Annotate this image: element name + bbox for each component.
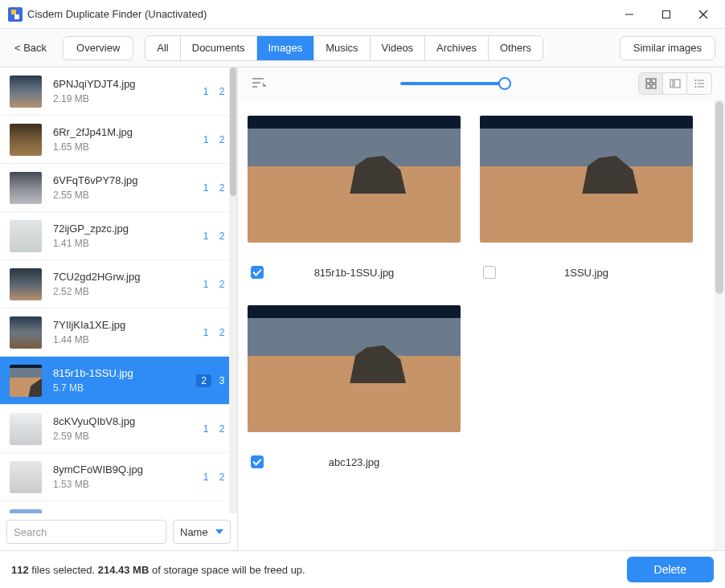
tab-documents[interactable]: Documents [181,36,257,60]
tab-images[interactable]: Images [257,36,315,60]
file-name: 7YIljKIa1XE.jpg [53,319,200,331]
sort-label: Name [180,526,208,538]
similar-images-button[interactable]: Similar images [620,36,715,60]
list-item[interactable]: 72ijGP_zpzc.jpg1.41 MB12 [0,212,237,260]
svg-rect-13 [652,84,656,88]
list-item[interactable]: 8cKVyuQIbV8.jpg2.59 MB12 [0,405,237,453]
back-button[interactable]: < Back [10,39,51,57]
preview-name: 815r1b-1SSU.jpg [314,267,395,279]
sidebar: 6PNJqiYDJT4.jpg2.19 MB126Rr_2fJp41M.jpg1… [0,67,238,550]
tab-all[interactable]: All [145,36,180,60]
badge-total: 2 [216,86,227,97]
preview-image[interactable] [248,116,461,243]
badge-selected: 1 [200,86,211,97]
file-size: 2.59 MB [53,431,200,442]
select-checkbox[interactable] [483,266,496,279]
thumbnail [10,172,42,204]
search-input[interactable]: Search [6,520,166,544]
zoom-slider[interactable] [267,82,638,85]
tab-others[interactable]: Others [489,36,543,60]
thumbnail [10,316,42,349]
badge-selected: 1 [200,472,211,483]
thumbnail [10,461,42,493]
file-size: 1.41 MB [53,238,200,249]
svg-point-16 [695,80,697,81]
list-item[interactable]: 7CU2gd2HGrw.jpg2.52 MB12 [0,260,237,308]
tab-musics[interactable]: Musics [314,36,370,60]
file-size: 2.52 MB [53,286,200,297]
select-checkbox[interactable] [251,455,264,468]
list-item[interactable]: 7YIljKIa1XE.jpg1.44 MB12 [0,308,237,357]
badge-selected: 1 [200,279,211,290]
file-name: 7CU2gd2HGrw.jpg [53,271,200,283]
view-list-icon[interactable] [687,73,711,94]
category-tabs: AllDocumentsImagesMusicsVideosArchivesOt… [145,35,543,61]
file-size: 1.44 MB [53,334,200,345]
overview-button[interactable]: Overview [63,36,133,60]
view-columns-icon[interactable] [663,73,687,94]
main-scrollbar[interactable] [714,100,725,550]
badge-total: 2 [216,423,227,435]
svg-rect-10 [646,79,650,83]
badge-total: 2 [216,327,227,338]
maximize-button[interactable] [648,0,685,29]
close-button[interactable] [685,0,722,29]
file-size: 2.19 MB [53,93,200,104]
tab-archives[interactable]: Archives [425,36,489,60]
delete-button[interactable]: Delete [627,557,714,582]
preview-card: 815r1b-1SSU.jpg [248,116,461,281]
list-item[interactable]: 6Rr_2fJp41M.jpg1.65 MB12 [0,116,237,164]
svg-rect-11 [652,79,656,83]
badge-total: 3 [216,375,227,386]
sidebar-footer: Search Name [0,513,237,550]
tab-videos[interactable]: Videos [371,36,426,60]
titlebar: Cisdem Duplicate Finder (Unactivated) [0,0,725,29]
svg-rect-15 [674,80,680,88]
list-item[interactable]: 6VFqT6vPY78.jpg2.55 MB12 [0,164,237,212]
list-item[interactable]: 815r1b-1SSU.jpg5.7 MB23 [0,357,237,405]
svg-point-20 [695,86,697,88]
sort-select[interactable]: Name [173,520,231,544]
list-item[interactable]: 6PNJqiYDJT4.jpg2.19 MB12 [0,67,237,116]
file-name: 6PNJqiYDJT4.jpg [53,78,200,90]
svg-rect-14 [670,80,673,88]
badge-selected: 1 [200,327,211,338]
preview-grid: 815r1b-1SSU.jpg1SSU.jpgabc123.jpg [240,101,714,549]
list-item[interactable]: 9fAfDff4wUI.jpg [0,501,237,513]
list-item[interactable]: 8ymCFoWIB9Q.jpg1.53 MB12 [0,453,237,501]
preview-image[interactable] [248,305,461,432]
main-toolbar [238,67,725,100]
main-panel: 815r1b-1SSU.jpg1SSU.jpgabc123.jpg [238,67,725,550]
select-checkbox[interactable] [251,266,264,279]
badge-selected: 1 [200,182,211,194]
preview-image[interactable] [480,116,693,243]
file-size: 5.7 MB [53,382,196,394]
file-name: 72ijGP_zpzc.jpg [53,223,200,235]
thumbnail [10,509,42,514]
badge-total: 2 [216,472,227,483]
badge-selected: 2 [196,374,211,387]
preview-name: abc123.jpg [329,456,380,468]
minimize-button[interactable] [611,0,648,29]
status-bar: 112 files selected. 214.43 MB of storage… [0,551,725,588]
svg-rect-12 [646,84,650,88]
svg-rect-1 [11,10,16,14]
sort-icon[interactable] [251,76,267,92]
thumbnail [10,220,42,252]
status-count: 112 [11,564,29,576]
thumbnail [10,124,42,156]
chevron-down-icon [215,529,223,534]
view-mode-toggle [638,72,712,95]
svg-rect-4 [663,10,670,18]
badge-selected: 1 [200,423,211,435]
search-placeholder: Search [14,526,47,538]
thumbnail [10,76,42,108]
file-size: 2.55 MB [53,190,200,201]
thumbnail [10,268,42,300]
view-grid-icon[interactable] [639,73,663,94]
svg-point-18 [695,83,697,84]
preview-card: abc123.jpg [248,305,461,471]
window-title: Cisdem Duplicate Finder (Unactivated) [27,8,611,20]
sidebar-scrollbar[interactable] [229,67,237,513]
preview-name: 1SSU.jpg [564,267,608,279]
